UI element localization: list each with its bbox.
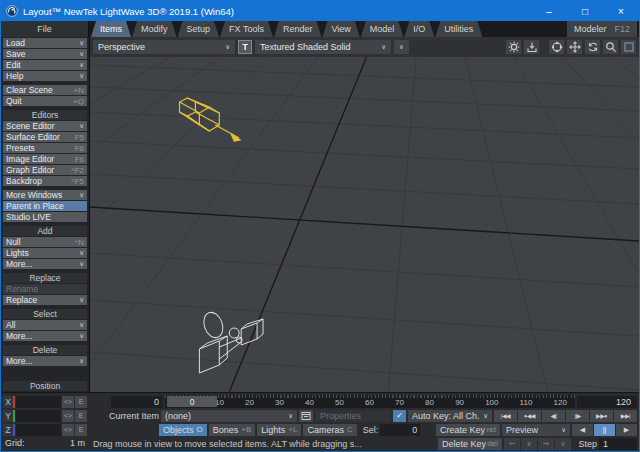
shade-mode-dropdown[interactable]: Textured Shaded Solid ∨ bbox=[255, 40, 391, 54]
gear-icon[interactable] bbox=[506, 40, 521, 54]
auto-key-dropdown[interactable]: Auto Key: All Ch... ∨ bbox=[408, 410, 492, 422]
delete-key-button[interactable]: Delete Key del bbox=[438, 438, 502, 450]
rotate-view-icon[interactable] bbox=[585, 40, 600, 54]
sidebar-item-save[interactable]: Save∨ bbox=[3, 49, 87, 59]
shortcut-label: ret bbox=[487, 425, 496, 434]
export-icon[interactable] bbox=[524, 40, 539, 54]
transport-controls: |◀◀ ♦◀◀ ◀|| ||▶ ▶▶♦ ▶▶| bbox=[494, 410, 637, 422]
next-key-button[interactable]: ▶▶♦ bbox=[590, 410, 613, 422]
position-y-field[interactable] bbox=[16, 410, 61, 422]
tick-label: 90 bbox=[455, 398, 464, 407]
sidebar-item-label: Null bbox=[6, 237, 74, 247]
sidebar-item-label: Save bbox=[6, 49, 79, 59]
chevron-down-icon[interactable]: ∨ bbox=[521, 438, 537, 450]
previous-frame-button[interactable]: ◀|| bbox=[542, 410, 565, 422]
sidebar-item-backdrop[interactable]: Backdrop^F5 bbox=[3, 176, 87, 186]
frame-slider-handle[interactable]: 0 bbox=[167, 396, 217, 407]
view-mode-dropdown[interactable]: Perspective ∨ bbox=[93, 40, 235, 54]
tab-setup[interactable]: Setup bbox=[178, 21, 220, 37]
mini-slider-button[interactable]: <> bbox=[62, 396, 74, 408]
y-axis-label: Y bbox=[3, 410, 15, 422]
maximize-button[interactable]: □ bbox=[567, 1, 603, 21]
minimize-button[interactable]: – bbox=[531, 1, 567, 21]
close-button[interactable]: × bbox=[603, 1, 639, 21]
create-key-button[interactable]: Create Key ret bbox=[436, 424, 500, 436]
sidebar-item-clear-scene[interactable]: Clear Scene+N bbox=[3, 85, 87, 95]
auto-key-checkbox[interactable]: ✓ bbox=[393, 410, 406, 422]
mini-slider-button[interactable]: <> bbox=[62, 424, 74, 436]
sidebar-item-label: Help bbox=[6, 71, 79, 81]
tick-label: 110 bbox=[520, 398, 533, 407]
sidebar-item-null[interactable]: Null^N bbox=[3, 237, 87, 247]
sidebar-item-help[interactable]: Help∨ bbox=[3, 71, 87, 81]
tab-model[interactable]: Model bbox=[361, 21, 404, 37]
sidebar-item-delete-more[interactable]: More...∨ bbox=[3, 356, 87, 366]
sidebar-item-lights[interactable]: Lights∨ bbox=[3, 248, 87, 258]
viewport-options-dropdown[interactable]: ∨ bbox=[394, 40, 409, 54]
current-item-dropdown[interactable]: (none) ∨ bbox=[161, 410, 297, 422]
play-forward-button[interactable]: ▶ bbox=[616, 424, 637, 436]
chevron-down-icon: ∨ bbox=[79, 249, 84, 257]
sidebar-item-load[interactable]: Load∨ bbox=[3, 38, 87, 48]
previous-key-button[interactable]: ♦◀◀ bbox=[518, 410, 541, 422]
orbit-view-icon[interactable] bbox=[549, 40, 564, 54]
timeline-ruler[interactable]: 10 20 30 40 50 60 70 80 90 100 110 120 0 bbox=[165, 395, 575, 408]
sidebar-item-select-more[interactable]: More...∨ bbox=[3, 331, 87, 341]
sidebar-item-parent-in-place[interactable]: Parent in Place bbox=[3, 201, 87, 211]
position-x-field[interactable] bbox=[16, 396, 61, 408]
sidebar-item-scene-editor[interactable]: Scene Editor∨ bbox=[3, 121, 87, 131]
pan-view-icon[interactable] bbox=[567, 40, 582, 54]
position-z-field[interactable] bbox=[16, 424, 61, 436]
viewport-canvas[interactable] bbox=[90, 57, 639, 392]
next-frame-button[interactable]: ||▶ bbox=[566, 410, 589, 422]
sidebar-item-image-editor[interactable]: Image EditorF6 bbox=[3, 154, 87, 164]
sidebar-item-edit[interactable]: Edit∨ bbox=[3, 60, 87, 70]
undo-arrow-icon[interactable]: ↩ bbox=[504, 438, 520, 450]
go-to-end-button[interactable]: ▶▶| bbox=[614, 410, 637, 422]
current-frame-field[interactable]: 0 bbox=[111, 396, 163, 408]
redo-arrow-icon[interactable]: ↪ bbox=[538, 438, 554, 450]
envelope-button[interactable]: E bbox=[75, 424, 87, 436]
tick-label: 40 bbox=[305, 398, 314, 407]
pause-button[interactable]: || bbox=[594, 424, 615, 436]
chevron-down-icon[interactable]: ∨ bbox=[555, 438, 571, 450]
sidebar-item-graph-editor[interactable]: Graph Editor^F2 bbox=[3, 165, 87, 175]
modeler-button[interactable]: Modeler F12 bbox=[567, 21, 637, 37]
tab-render[interactable]: Render bbox=[274, 21, 322, 37]
sidebar-item-add-more[interactable]: More...∨ bbox=[3, 259, 87, 269]
maximize-viewport-icon[interactable] bbox=[621, 40, 636, 54]
objects-button[interactable]: Objects O bbox=[159, 424, 207, 436]
sidebar-item-more-windows[interactable]: More Windows∨ bbox=[3, 190, 87, 200]
end-frame-field[interactable]: 120 bbox=[577, 396, 637, 408]
tab-utilities[interactable]: Utilities bbox=[435, 21, 482, 37]
sidebar-item-presets[interactable]: PresetsF8 bbox=[3, 143, 87, 153]
tab-modify[interactable]: Modify bbox=[132, 21, 177, 37]
play-reverse-button[interactable]: ◀ bbox=[572, 424, 593, 436]
zoom-view-icon[interactable] bbox=[603, 40, 618, 54]
item-list-icon[interactable] bbox=[299, 410, 313, 422]
tab-view[interactable]: View bbox=[322, 21, 359, 37]
mini-slider-button[interactable]: <> bbox=[62, 410, 74, 422]
cameras-button[interactable]: Cameras C bbox=[303, 424, 356, 436]
envelope-button[interactable]: E bbox=[75, 410, 87, 422]
chevron-down-icon: ∨ bbox=[79, 296, 84, 304]
sidebar-item-surface-editor[interactable]: Surface EditorF5 bbox=[3, 132, 87, 142]
select-group-header: Select bbox=[3, 309, 87, 319]
bones-button[interactable]: Bones +B bbox=[209, 424, 256, 436]
step-label: Step bbox=[573, 439, 597, 449]
create-key-label: Create Key bbox=[440, 425, 487, 435]
envelope-button[interactable]: E bbox=[75, 396, 87, 408]
shortcut-label: F5 bbox=[75, 133, 84, 142]
tab-fx-tools[interactable]: FX Tools bbox=[220, 21, 273, 37]
step-field[interactable]: 1 bbox=[599, 438, 637, 450]
tab-io[interactable]: I/O bbox=[404, 21, 434, 37]
lights-button[interactable]: Lights +L bbox=[257, 424, 301, 436]
sidebar-item-studio-live[interactable]: Studio LIVE bbox=[3, 212, 87, 222]
sidebar-item-quit[interactable]: Quit+Q bbox=[3, 96, 87, 106]
sidebar-item-select-all[interactable]: All∨ bbox=[3, 320, 87, 330]
sidebar-item-replace[interactable]: Replace∨ bbox=[3, 295, 87, 305]
viewport-toolbar: Perspective ∨ T Textured Shaded Solid ∨ … bbox=[90, 37, 639, 57]
preview-dropdown[interactable]: Preview ∨ bbox=[502, 424, 570, 436]
go-to-start-button[interactable]: |◀◀ bbox=[494, 410, 517, 422]
tab-items[interactable]: Items bbox=[91, 21, 131, 37]
